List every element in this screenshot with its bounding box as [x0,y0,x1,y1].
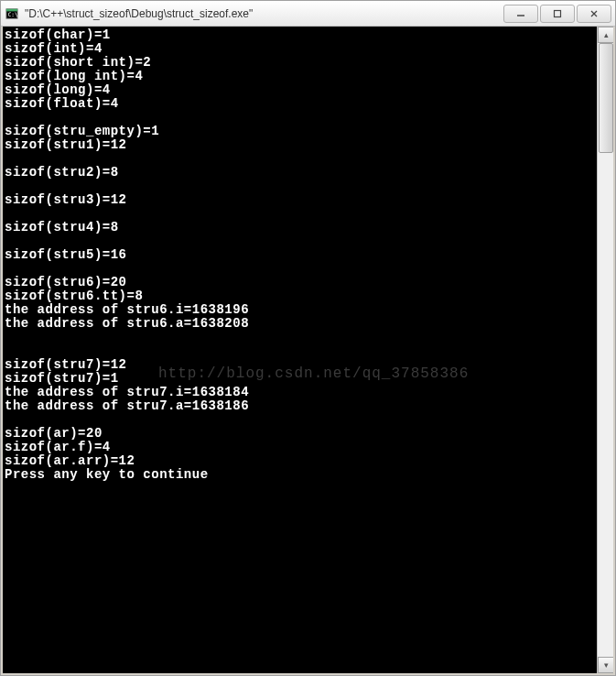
console-area: sizof(char)=1 sizof(int)=4 sizof(short i… [1,27,615,675]
window-controls [502,5,611,23]
scroll-down-button[interactable]: ▾ [598,657,614,673]
maximize-button[interactable] [540,5,575,23]
console-window: C:\ "D:\C++\struct_sizeof\Debug\struct_s… [0,0,616,676]
console-output[interactable]: sizof(char)=1 sizof(int)=4 sizof(short i… [3,27,597,673]
scroll-up-button[interactable]: ▴ [598,27,614,43]
close-button[interactable] [577,5,611,23]
window-title: "D:\C++\struct_sizeof\Debug\struct_sizeo… [25,7,502,20]
titlebar[interactable]: C:\ "D:\C++\struct_sizeof\Debug\struct_s… [1,1,615,27]
svg-text:C:\: C:\ [8,10,18,16]
scroll-thumb[interactable] [599,43,613,153]
vertical-scrollbar[interactable]: ▴ ▾ [597,27,613,673]
minimize-button[interactable] [503,5,538,23]
app-icon: C:\ [5,6,19,21]
svg-rect-4 [555,10,561,16]
